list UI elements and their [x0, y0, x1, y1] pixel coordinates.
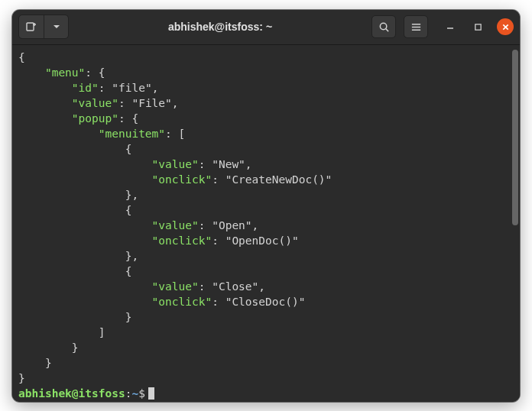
new-tab-dropdown[interactable]	[44, 15, 68, 38]
svg-rect-0	[27, 23, 34, 31]
terminal-output: { "menu": { "id": "file", "value": "File…	[18, 50, 514, 386]
terminal-body[interactable]: { "menu": { "id": "file", "value": "File…	[12, 45, 520, 402]
close-icon	[501, 23, 510, 31]
search-button[interactable]	[371, 15, 396, 38]
svg-rect-9	[475, 24, 480, 29]
window-title: abhishek@itsfoss: ~	[73, 21, 367, 33]
minimize-icon	[446, 22, 455, 31]
new-tab-icon	[25, 21, 37, 33]
search-icon	[378, 21, 390, 33]
menu-button[interactable]	[404, 15, 428, 38]
titlebar-right	[371, 15, 514, 38]
minimize-button[interactable]	[442, 18, 459, 35]
cursor	[148, 387, 154, 400]
hamburger-icon	[410, 21, 422, 33]
titlebar: abhishek@itsfoss: ~	[12, 10, 520, 45]
window-controls	[442, 18, 514, 35]
maximize-button[interactable]	[469, 18, 486, 35]
prompt-path: ~	[131, 386, 138, 401]
prompt-userhost: abhishek@itsfoss	[18, 386, 125, 401]
new-tab-button[interactable]	[19, 15, 44, 38]
svg-line-4	[385, 28, 388, 31]
prompt-symbol: $	[138, 386, 145, 401]
prompt-separator: :	[125, 386, 132, 401]
terminal-window: abhishek@itsfoss: ~	[12, 10, 520, 402]
prompt-line: abhishek@itsfoss:~$	[18, 386, 514, 401]
scrollbar-thumb[interactable]	[512, 50, 518, 225]
chevron-down-icon	[53, 23, 60, 31]
new-tab-group	[18, 15, 69, 39]
maximize-icon	[474, 23, 482, 31]
close-button[interactable]	[497, 18, 514, 35]
titlebar-left	[18, 15, 69, 39]
svg-point-3	[380, 23, 386, 29]
